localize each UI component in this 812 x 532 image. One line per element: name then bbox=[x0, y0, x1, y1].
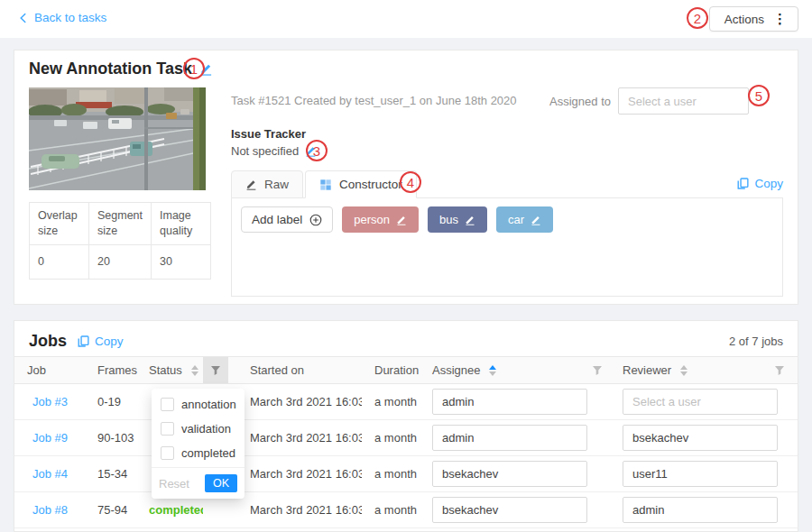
annotation-circle-4: 4 bbox=[400, 171, 421, 193]
issue-tracker-value: Not specified bbox=[231, 144, 299, 158]
label-chip-car[interactable]: car bbox=[496, 206, 553, 233]
copy-jobs-link[interactable]: Copy bbox=[78, 335, 124, 348]
assignee-input[interactable] bbox=[432, 425, 587, 451]
assigned-to-label: Assigned to bbox=[549, 95, 611, 108]
column-header-duration: Duration bbox=[362, 363, 425, 377]
assignee-input[interactable] bbox=[432, 497, 587, 523]
task-assignee-input[interactable] bbox=[618, 87, 749, 115]
actions-button[interactable]: Actions ⋮ bbox=[709, 6, 798, 32]
copy-labels-label: Copy bbox=[754, 177, 783, 190]
assignee-input[interactable] bbox=[432, 389, 587, 415]
actions-label: Actions bbox=[724, 13, 764, 26]
param-header-overlap: Overlap size bbox=[30, 203, 89, 245]
duration-cell: a month bbox=[362, 467, 425, 481]
param-header-quality: Image quality bbox=[152, 203, 211, 245]
copy-labels-link[interactable]: Copy bbox=[737, 177, 783, 190]
job-link[interactable]: Job #4 bbox=[32, 467, 68, 481]
checkbox-validation[interactable] bbox=[161, 422, 174, 436]
filter-option-annotation[interactable]: annotation bbox=[152, 392, 245, 417]
job-link[interactable]: Job #3 bbox=[32, 395, 68, 408]
annotation-circle-5: 5 bbox=[748, 85, 770, 106]
status-filter-button[interactable] bbox=[203, 357, 228, 383]
filter-option-label: annotation bbox=[181, 398, 236, 411]
edit-label-icon[interactable] bbox=[465, 215, 475, 225]
jobs-table: Job Frames Status Started on Duration As… bbox=[14, 356, 798, 528]
duration-cell: a month bbox=[362, 431, 425, 445]
status-header-label: Status bbox=[149, 363, 182, 377]
started-cell: March 3rd 2021 16:03 bbox=[228, 467, 362, 481]
frames-cell: 15-34 bbox=[90, 467, 142, 481]
jobs-list-card: Jobs Copy 2 of 7 jobs Job Frames Status … bbox=[14, 320, 798, 532]
param-header-segment: Segment size bbox=[89, 203, 152, 245]
reviewer-header-label: Reviewer bbox=[623, 363, 671, 377]
label-chip-bus[interactable]: bus bbox=[428, 206, 487, 233]
column-header-frames: Frames bbox=[90, 363, 142, 377]
column-header-started: Started on bbox=[228, 363, 362, 377]
jobs-table-header: Job Frames Status Started on Duration As… bbox=[14, 356, 798, 384]
annotation-circle-2: 2 bbox=[687, 7, 708, 29]
reviewer-input[interactable] bbox=[623, 497, 778, 523]
filter-option-label: validation bbox=[181, 422, 231, 436]
table-row-job4: Job #4 15-34 March 3rd 2021 16:03 a mont… bbox=[14, 456, 798, 492]
checkbox-annotation[interactable] bbox=[161, 398, 174, 411]
assignee-sorter-icon[interactable] bbox=[489, 365, 496, 376]
checkbox-completed[interactable] bbox=[161, 446, 174, 460]
filter-ok-button[interactable]: OK bbox=[205, 474, 237, 492]
label-chip-person-text: person bbox=[354, 213, 390, 226]
status-filter-dropdown: annotation validation completed Reset OK bbox=[152, 389, 245, 499]
block-icon bbox=[319, 179, 332, 191]
reviewer-filter-button[interactable] bbox=[774, 365, 785, 376]
jobs-count: 2 of 7 jobs bbox=[729, 335, 783, 348]
label-chip-car-text: car bbox=[508, 213, 524, 226]
add-label-button[interactable]: Add label bbox=[241, 206, 333, 233]
tab-raw-label: Raw bbox=[264, 178, 289, 191]
edit-label-icon[interactable] bbox=[531, 215, 541, 225]
assignee-filter-button[interactable] bbox=[592, 365, 603, 376]
started-cell: March 3rd 2021 16:03 bbox=[228, 503, 362, 517]
back-to-tasks-link[interactable]: Back to tasks bbox=[18, 11, 106, 24]
task-parameters-table: Overlap size Segment size Image quality … bbox=[29, 202, 211, 280]
copy-icon bbox=[737, 178, 749, 189]
column-header-reviewer[interactable]: Reviewer bbox=[610, 363, 798, 377]
tab-raw[interactable]: Raw bbox=[231, 170, 303, 198]
filter-option-validation[interactable]: validation bbox=[152, 417, 245, 441]
job-link[interactable]: Job #9 bbox=[32, 431, 68, 445]
more-vertical-icon: ⋮ bbox=[773, 11, 787, 27]
duration-cell: a month bbox=[362, 395, 425, 408]
column-header-assignee[interactable]: Assignee bbox=[425, 363, 610, 377]
reviewer-input[interactable] bbox=[623, 461, 778, 487]
chevron-left-icon bbox=[18, 13, 28, 23]
filter-reset-button[interactable]: Reset bbox=[159, 477, 189, 491]
reviewer-input[interactable] bbox=[623, 425, 778, 451]
copy-icon bbox=[78, 335, 89, 347]
tab-constructor-label: Constructor bbox=[339, 178, 402, 191]
reviewer-sorter-icon[interactable] bbox=[680, 365, 687, 376]
status-cell: completed bbox=[149, 503, 203, 517]
back-to-tasks-label: Back to tasks bbox=[34, 11, 106, 24]
task-title: New Annotation Task bbox=[29, 60, 192, 78]
table-row-job3: Job #3 0-19 March 3rd 2021 16:03 a month bbox=[14, 384, 798, 420]
annotation-circle-1: 1 bbox=[183, 58, 205, 79]
status-sorter-icon[interactable] bbox=[191, 365, 198, 376]
traffic-scene-image bbox=[29, 87, 206, 190]
column-header-job: Job bbox=[14, 363, 90, 377]
pencil-icon bbox=[245, 179, 257, 190]
annotation-circle-3: 3 bbox=[306, 140, 328, 161]
filter-option-completed[interactable]: completed bbox=[152, 441, 245, 465]
task-thumbnail bbox=[29, 87, 206, 190]
copy-jobs-label: Copy bbox=[95, 335, 124, 348]
label-chip-bus-text: bus bbox=[439, 213, 458, 226]
job-link[interactable]: Job #8 bbox=[32, 503, 68, 517]
frames-cell: 0-19 bbox=[90, 395, 142, 408]
task-meta-text: Task #1521 Created by test_user_1 on Jun… bbox=[231, 87, 517, 107]
assignee-input[interactable] bbox=[432, 461, 587, 487]
filter-option-label: completed bbox=[181, 446, 235, 460]
column-header-status[interactable]: Status bbox=[142, 363, 203, 377]
started-cell: March 3rd 2021 16:03 bbox=[228, 395, 362, 408]
assignee-header-label: Assignee bbox=[432, 363, 480, 377]
edit-label-icon[interactable] bbox=[396, 215, 407, 225]
jobs-title: Jobs bbox=[29, 332, 67, 351]
param-value-overlap: 0 bbox=[30, 244, 89, 279]
label-chip-person[interactable]: person bbox=[342, 206, 419, 233]
reviewer-input[interactable] bbox=[623, 389, 778, 415]
